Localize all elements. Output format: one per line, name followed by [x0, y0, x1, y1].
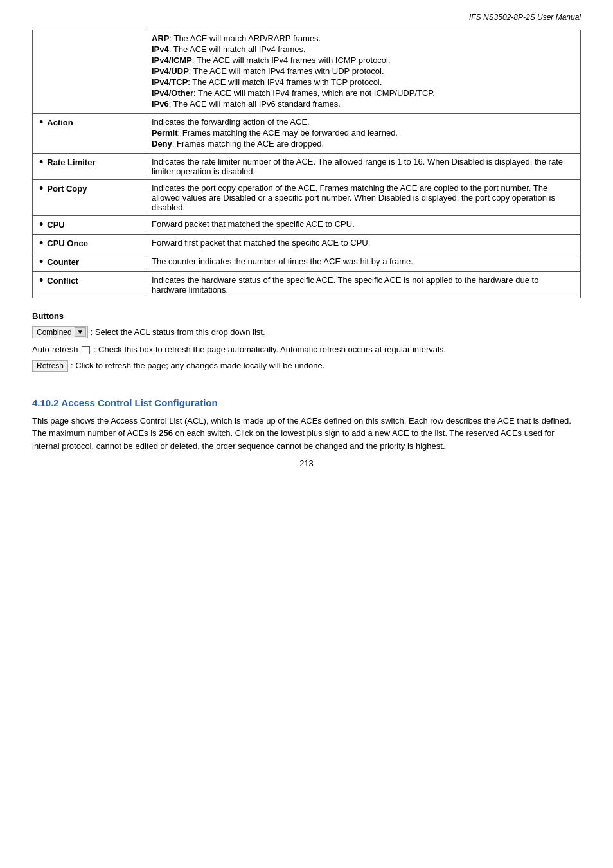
term-portcopy: Port Copy: [47, 184, 87, 194]
desc-cell-cpu: Forward packet that matched the specific…: [145, 216, 581, 235]
table-row-portcopy: • Port Copy Indicates the port copy oper…: [33, 180, 581, 216]
dropdown-row: Combined ▼ : Select the ACL status from …: [32, 326, 581, 338]
term-cell-portcopy: • Port Copy: [33, 180, 145, 216]
term-cell-conflict: • Conflict: [33, 272, 145, 298]
desc-ipv6: IPv6: The ACE will match all IPv6 standa…: [152, 99, 574, 109]
term-cell-action: • Action: [33, 114, 145, 154]
desc-ipv4other: IPv4/Other: The ACE will match IPv4 fram…: [152, 88, 574, 98]
refresh-desc: : Click to refresh the page; any changes…: [71, 361, 324, 370]
autorefresh-desc: : Check this box to refresh the page aut…: [94, 345, 446, 354]
term-cpu: CPU: [47, 220, 64, 230]
desc-cell-ratelimiter: Indicates the rate limiter number of the…: [145, 154, 581, 180]
acl-status-dropdown[interactable]: Combined ▼: [32, 326, 88, 338]
term-cell-cpuonce: • CPU Once: [33, 235, 145, 253]
table-row-conflict: • Conflict Indicates the hardware status…: [33, 272, 581, 298]
dropdown-description: : Select the ACL status from this drop d…: [91, 327, 265, 337]
desc-cell-counter: The counter indicates the number of time…: [145, 253, 581, 272]
desc-ipv4udp: IPv4/UDP: The ACE will match IPv4 frames…: [152, 66, 574, 76]
term-ratelimiter: Rate Limiter: [47, 158, 95, 167]
bullet-icon: •: [39, 256, 43, 267]
refresh-button[interactable]: Refresh: [32, 360, 68, 372]
term-action: Action: [47, 118, 73, 127]
desc-ipv4: IPv4: The ACE will match all IPv4 frames…: [152, 44, 574, 54]
term-cell-cpu: • CPU: [33, 216, 145, 235]
desc-cell-conflict: Indicates the hardware status of the spe…: [145, 272, 581, 298]
bullet-icon: •: [39, 237, 43, 249]
table-row-cpuonce: • CPU Once Forward first packet that mat…: [33, 235, 581, 253]
bullet-icon: •: [39, 156, 43, 168]
dropdown-label: Combined: [34, 328, 75, 337]
autorefresh-label: Auto-refresh: [32, 345, 78, 354]
dropdown-arrow-icon: ▼: [75, 327, 86, 337]
desc-ipv4icmp: IPv4/ICMP: The ACE will match IPv4 frame…: [152, 55, 574, 65]
bullet-icon: •: [39, 183, 43, 194]
page-header: IFS NS3502-8P-2S User Manual: [32, 13, 581, 22]
term-cell-ratelimiter: • Rate Limiter: [33, 154, 145, 180]
desc-arp: ARP: The ACE will match ARP/RARP frames.: [152, 33, 574, 43]
term-conflict: Conflict: [47, 276, 78, 285]
autorefresh-checkbox[interactable]: [82, 346, 90, 354]
term-cpuonce: CPU Once: [47, 239, 88, 248]
term-cell-counter: • Counter: [33, 253, 145, 272]
autorefresh-row: Auto-refresh : Check this box to refresh…: [32, 343, 581, 356]
bullet-icon: •: [39, 219, 43, 230]
desc-cell-frametype: ARP: The ACE will match ARP/RARP frames.…: [145, 30, 581, 114]
buttons-section: Buttons Combined ▼ : Select the ACL stat…: [32, 311, 581, 372]
page-number: 213: [32, 458, 581, 468]
desc-cell-cpuonce: Forward first packet that matched the sp…: [145, 235, 581, 253]
table-row: ARP: The ACE will match ARP/RARP frames.…: [33, 30, 581, 114]
bullet-icon: •: [39, 275, 43, 286]
term-counter: Counter: [47, 257, 79, 267]
section-4-10-2: 4.10.2 Access Control List Configuration…: [32, 397, 581, 453]
table-row-ratelimiter: • Rate Limiter Indicates the rate limite…: [33, 154, 581, 180]
table-row-action: • Action Indicates the forwarding action…: [33, 114, 581, 154]
section-4-10-2-para: This page shows the Access Control List …: [32, 415, 581, 453]
desc-cell-action: Indicates the forwarding action of the A…: [145, 114, 581, 154]
table-row-counter: • Counter The counter indicates the numb…: [33, 253, 581, 272]
refresh-row: Refresh : Click to refresh the page; any…: [32, 360, 581, 372]
section-4-10-2-title: 4.10.2 Access Control List Configuration: [32, 397, 581, 408]
desc-ipv4tcp: IPv4/TCP: The ACE will match IPv4 frames…: [152, 77, 574, 87]
main-table: ARP: The ACE will match ARP/RARP frames.…: [32, 30, 581, 298]
buttons-title: Buttons: [32, 311, 581, 321]
para-bold-256: 256: [159, 428, 173, 438]
bullet-icon: •: [39, 116, 43, 128]
desc-cell-portcopy: Indicates the port copy operation of the…: [145, 180, 581, 216]
term-cell-empty: [33, 30, 145, 114]
table-row-cpu: • CPU Forward packet that matched the sp…: [33, 216, 581, 235]
